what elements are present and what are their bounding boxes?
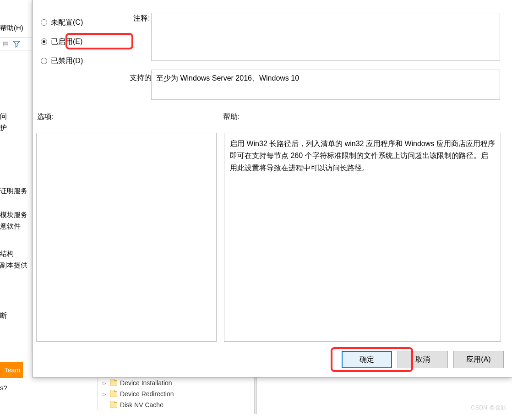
radio-not-configured[interactable]: 未配置(C) bbox=[38, 16, 102, 29]
comment-textarea[interactable] bbox=[151, 13, 500, 61]
policy-state-radio-group: 未配置(C) 已启用(E) 已禁用(D) bbox=[38, 16, 102, 74]
divider bbox=[0, 347, 27, 347]
tree-snippet: 问 bbox=[0, 112, 7, 121]
expander-icon[interactable]: ▷ bbox=[103, 381, 107, 386]
options-label: 选项: bbox=[37, 112, 54, 122]
tree-row-disk-nv-cache[interactable]: Disk NV Cache bbox=[103, 399, 258, 410]
toolbar-btn-1[interactable]: ▤ bbox=[1, 39, 10, 49]
cancel-button[interactable]: 取消 bbox=[398, 351, 448, 368]
toolbar: ▤ bbox=[0, 38, 32, 50]
tree-snippet: 断 bbox=[0, 311, 7, 320]
radio-icon bbox=[41, 38, 47, 45]
supported-platform-box: 至少为 Windows Server 2016、Windows 10 bbox=[151, 70, 500, 100]
options-panel bbox=[36, 133, 217, 342]
filter-icon[interactable] bbox=[12, 39, 21, 49]
menu-help[interactable]: 帮助(H) bbox=[0, 24, 23, 33]
folder-icon bbox=[110, 402, 117, 408]
tree-snippet: 结构 bbox=[0, 250, 14, 258]
help-label: 帮助: bbox=[223, 112, 240, 122]
help-panel: 启用 Win32 长路径后，列入清单的 win32 应用程序和 Windows … bbox=[224, 133, 501, 342]
help-text: 启用 Win32 长路径后，列入清单的 win32 应用程序和 Windows … bbox=[230, 140, 495, 172]
tree-label: Disk NV Cache bbox=[120, 401, 163, 409]
tree-snippet: 模块服务 bbox=[0, 211, 27, 219]
team-badge: Team bbox=[0, 362, 23, 378]
tree-row-device-redirection[interactable]: ▷ Device Redirection bbox=[103, 388, 258, 399]
radio-label: 未配置(C) bbox=[51, 18, 83, 27]
tree-label: Device Installation bbox=[120, 379, 172, 387]
tree-snippet: 护 bbox=[0, 124, 7, 132]
tree-snippet: 意软件 bbox=[0, 222, 21, 231]
radio-icon bbox=[41, 58, 47, 64]
folder-icon bbox=[110, 391, 117, 397]
radio-label: 已启用(E) bbox=[51, 37, 82, 47]
tree-row-device-installation[interactable]: ▷ Device Installation bbox=[103, 377, 258, 388]
expander-icon[interactable]: ▷ bbox=[103, 392, 107, 397]
background-text: s? bbox=[0, 384, 7, 392]
tree-snippet: 副本提供 bbox=[0, 261, 27, 270]
ok-button[interactable]: 确定 bbox=[342, 351, 392, 368]
watermark: CSDN @含影 bbox=[471, 404, 507, 412]
radio-label: 已禁用(D) bbox=[51, 56, 83, 66]
tree-snippet: 证明服务 bbox=[0, 187, 27, 196]
radio-disabled[interactable]: 已禁用(D) bbox=[38, 55, 102, 67]
apply-button[interactable]: 应用(A) bbox=[453, 351, 504, 368]
policy-dialog: 未配置(C) 已启用(E) 已禁用(D) 注释: 支持的平台: 至少为 Wind… bbox=[32, 0, 512, 377]
dialog-button-row: 确定 取消 应用(A) bbox=[342, 351, 504, 368]
supported-platform-text: 至少为 Windows Server 2016、Windows 10 bbox=[156, 74, 299, 82]
bottom-tree: ▷ Device Installation ▷ Device Redirecti… bbox=[98, 377, 258, 410]
folder-icon bbox=[110, 380, 117, 386]
comment-label: 注释: bbox=[133, 14, 150, 23]
radio-icon bbox=[41, 19, 47, 26]
radio-enabled[interactable]: 已启用(E) bbox=[38, 35, 102, 48]
tree-label: Device Redirection bbox=[120, 390, 174, 398]
